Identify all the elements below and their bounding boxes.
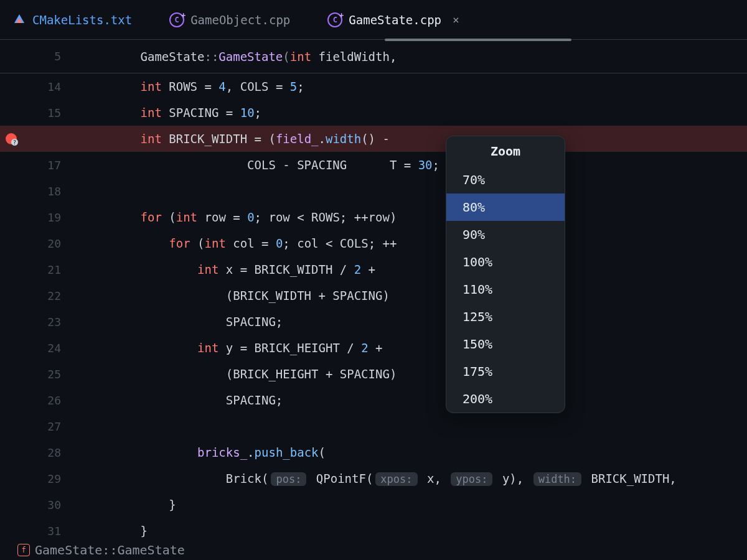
code-line[interactable]: 23 SPACING;: [0, 309, 747, 335]
code-line[interactable]: 22 (BRICK_WIDTH + SPACING): [0, 282, 747, 309]
code-line[interactable]: 19 for (int row = 0; row < ROWS; ++row): [0, 204, 747, 230]
code-text: COLS - SPACING T = 30;: [72, 158, 439, 172]
code-line[interactable]: 18: [0, 178, 747, 204]
cpp-icon: C: [169, 12, 184, 27]
code-line[interactable]: 14 int ROWS = 4, COLS = 5;: [0, 73, 747, 100]
sticky-scroll-header[interactable]: 5 GameState::GameState(int fieldWidth,: [0, 40, 747, 73]
code-line[interactable]: 30 }: [0, 492, 747, 518]
code-line[interactable]: 21 int x = BRICK_WIDTH / 2 +: [0, 256, 747, 282]
code-line[interactable]: 29 Brick(pos: QPointF(xpos: x, ypos: y),…: [0, 465, 747, 492]
code-text: int BRICK_WIDTH = (field_.width() -: [72, 132, 390, 146]
line-number: 17: [22, 159, 72, 172]
code-line[interactable]: 26 SPACING;: [0, 387, 747, 413]
line-number: 5: [22, 50, 72, 63]
inlay-hint: ypos:: [451, 472, 492, 486]
inlay-hint: width:: [533, 472, 581, 486]
breadcrumb[interactable]: f GameState::GameState: [0, 540, 202, 560]
zoom-option[interactable]: 150%: [446, 330, 565, 358]
active-tab-indicator: [385, 39, 571, 41]
zoom-option[interactable]: 70%: [446, 166, 565, 194]
line-number: 15: [22, 106, 72, 119]
line-number: 30: [22, 498, 72, 511]
code-text: SPACING;: [72, 315, 283, 329]
code-text: int ROWS = 4, COLS = 5;: [72, 80, 304, 93]
line-number: 23: [22, 315, 72, 329]
tab-label: GameState.cpp: [349, 13, 441, 27]
code-line[interactable]: 20 for (int col = 0; col < COLS; ++: [0, 230, 747, 256]
code-text: bricks_.push_back(: [72, 446, 326, 459]
zoom-option[interactable]: 200%: [446, 385, 565, 413]
zoom-popup: Zoom 70%80%90%100%110%125%150%175%200%: [446, 136, 565, 413]
code-line[interactable]: int BRICK_WIDTH = (field_.width() -: [0, 126, 747, 152]
zoom-option[interactable]: 90%: [446, 221, 565, 248]
code-text: int y = BRICK_HEIGHT / 2 +: [72, 341, 382, 355]
line-number: 21: [22, 263, 72, 276]
zoom-option[interactable]: 125%: [446, 303, 565, 330]
line-number: 19: [22, 211, 72, 224]
line-number: 22: [22, 289, 72, 302]
code-line[interactable]: 25 (BRICK_HEIGHT + SPACING): [0, 361, 747, 387]
breadcrumb-text: GameState::GameState: [35, 543, 185, 558]
tab-label: CMakeLists.txt: [32, 13, 132, 27]
code-text: }: [72, 498, 176, 511]
tab-cmakelists[interactable]: CMakeLists.txt: [12, 0, 132, 39]
zoom-option[interactable]: 175%: [446, 358, 565, 385]
inlay-hint: pos:: [271, 472, 306, 486]
tab-gamestate[interactable]: C GameState.cpp ×: [327, 0, 459, 39]
line-number: 24: [22, 342, 72, 355]
inlay-hint: xpos:: [375, 472, 417, 486]
code-text: int SPACING = 10;: [72, 106, 261, 119]
tab-gameobject[interactable]: C GameObject.cpp: [169, 0, 290, 39]
code-text: SPACING;: [72, 393, 283, 407]
breakpoint-icon[interactable]: [6, 133, 17, 144]
line-number: 31: [22, 525, 72, 538]
zoom-title: Zoom: [446, 136, 565, 166]
line-number: 26: [22, 394, 72, 407]
function-icon: f: [17, 544, 30, 556]
line-number: 29: [22, 472, 72, 485]
zoom-option[interactable]: 110%: [446, 276, 565, 303]
tab-bar: CMakeLists.txt C GameObject.cpp C GameSt…: [0, 0, 747, 40]
line-number: 14: [22, 80, 72, 93]
code-text: for (int col = 0; col < COLS; ++: [72, 236, 397, 250]
code-editor[interactable]: 5 GameState::GameState(int fieldWidth, 1…: [0, 40, 747, 544]
code-text: }: [72, 524, 148, 538]
cpp-icon: C: [327, 12, 342, 27]
line-number: 20: [22, 237, 72, 250]
code-line[interactable]: 24 int y = BRICK_HEIGHT / 2 +: [0, 335, 747, 361]
code-text: Brick(pos: QPointF(xpos: x, ypos: y), wi…: [72, 472, 677, 486]
tab-label: GameObject.cpp: [190, 13, 290, 27]
close-icon[interactable]: ×: [453, 13, 459, 26]
zoom-option[interactable]: 80%: [446, 194, 565, 221]
cmake-icon: [12, 13, 26, 27]
line-number: 25: [22, 368, 72, 381]
code-text: (BRICK_WIDTH + SPACING): [72, 289, 390, 302]
line-number: 18: [22, 185, 72, 198]
line-number: 28: [22, 446, 72, 459]
code-line[interactable]: 27: [0, 413, 747, 439]
code-text: for (int row = 0; row < ROWS; ++row): [72, 210, 397, 224]
code-line[interactable]: 15 int SPACING = 10;: [0, 100, 747, 126]
zoom-option[interactable]: 100%: [446, 248, 565, 276]
code-line[interactable]: 28 bricks_.push_back(: [0, 439, 747, 465]
line-number: 27: [22, 420, 72, 433]
code-text: (BRICK_HEIGHT + SPACING): [72, 367, 397, 381]
code-text: GameState::GameState(int fieldWidth,: [72, 36, 397, 77]
code-line[interactable]: 17 COLS - SPACING T = 30;: [0, 152, 747, 178]
code-text: int x = BRICK_WIDTH / 2 +: [72, 263, 375, 276]
